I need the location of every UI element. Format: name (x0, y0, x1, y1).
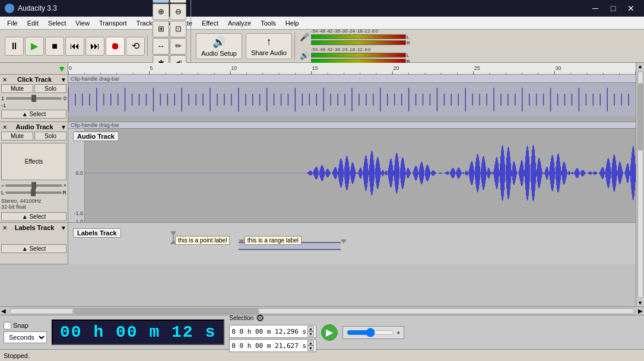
audio-setup-button[interactable]: 🔊 Audio Setup (196, 33, 242, 59)
gear-icon[interactable]: ⚙ (256, 312, 264, 324)
audio-track-pan: L R (1, 190, 66, 196)
label-text-1: this is a point label (178, 237, 227, 244)
envelope-tool-button[interactable]: ⤢ (170, 0, 186, 3)
vscroll-down[interactable]: ▼ (637, 299, 643, 306)
audio-waveform-container: Audio Track 1.0 0.0 -1.0 (68, 129, 636, 222)
maximize-button[interactable]: □ (605, 2, 621, 15)
select-tool-button[interactable]: ↗ (153, 0, 169, 3)
audio-track-gain-slider[interactable] (5, 184, 62, 187)
window-controls: ─ □ ✕ (587, 2, 639, 15)
labels-track-close[interactable]: ✕ (1, 225, 8, 231)
sel-start-value: 0 0 h 00 m 12,296 s (231, 328, 306, 336)
hscroll-thumb[interactable] (72, 309, 259, 314)
hscroll-left[interactable]: ◀ (0, 308, 7, 314)
audio-setup-label: Audio Setup (201, 50, 237, 57)
range-start-marker (239, 239, 245, 244)
menu-effect[interactable]: Effect (197, 18, 223, 28)
menu-analyze[interactable]: Analyze (223, 18, 256, 28)
audio-track-arrow[interactable]: ▼ (61, 124, 66, 130)
minimize-button[interactable]: ─ (587, 2, 604, 15)
zoom-in-button[interactable]: ⊕ (153, 4, 169, 20)
audio-track-close[interactable]: ✕ (1, 124, 8, 130)
stop-button[interactable]: ■ (45, 37, 64, 56)
statusbar: Stopped. (0, 349, 644, 361)
click-track-mute[interactable]: Mute (1, 84, 33, 93)
audio-track-content: Clip-handle drag-bar Audio Track 1.0 0.0… (68, 122, 636, 222)
share-audio-label: Share Audio (251, 49, 287, 56)
gain-minus: 1 (1, 95, 4, 101)
click-track-gain-slider[interactable] (6, 97, 62, 100)
skip-start-button[interactable]: ⏮ (65, 37, 84, 56)
audio-clip-handle-text: Clip-handle drag-bar (71, 122, 119, 128)
selection-section: Selection ⚙ 0 0 h 00 m 12,296 s ▲ ▼ 0 0 … (229, 312, 316, 352)
audio-top-channel: 1.0 0.0 -1.0 (68, 129, 636, 218)
sel-start-down[interactable]: ▼ (307, 331, 314, 337)
track-row-click: ✕ Click Track ▼ Mute Solo 1 0 -1 (0, 75, 636, 122)
app-title: Audacity 3.3 (18, 4, 587, 12)
click-clip-handle: Clip-handle drag-bar (68, 75, 636, 83)
draw-tool-button[interactable]: ✏ (170, 38, 186, 55)
snap-checkbox[interactable] (4, 322, 11, 330)
toolbar: ⏸ ▶ ■ ⏮ ⏭ ⏺ ⟲ ↗ ⤢ ⊕ ⊖ ⊞ ⊡ ↔ ✏ ✱ ◀| |▶ ↩ … (0, 30, 644, 63)
app-icon (5, 4, 14, 13)
snap-check: Snap (4, 322, 47, 330)
close-button[interactable]: ✕ (623, 2, 639, 15)
bottombar: Snap Seconds 00 h 00 m 12 s Selection ⚙ … (0, 315, 644, 349)
vscroll-track (637, 71, 643, 298)
mic-icon: 🎤 (300, 33, 309, 41)
sel-end-down[interactable]: ▼ (307, 346, 314, 351)
labels-track-arrow[interactable]: ▼ (61, 225, 66, 231)
pan-l: -1 (1, 103, 6, 108)
click-waveform-area: Click Track (68, 83, 636, 116)
audio-track-solo[interactable]: Solo (34, 132, 66, 140)
sel-end-value: 0 0 h 00 m 21,627 s (231, 342, 306, 350)
click-track-select[interactable]: ▲ Select (1, 110, 66, 119)
click-track-close[interactable]: ✕ (1, 76, 8, 83)
pause-button[interactable]: ⏸ (5, 37, 24, 56)
menu-transport[interactable]: Transport (94, 18, 132, 28)
scale-0-0: 0.0 (68, 170, 83, 176)
speed-label: + (396, 329, 400, 336)
audio-track-effects[interactable]: Effects (1, 143, 66, 180)
share-audio-button[interactable]: ↑ Share Audio (246, 33, 292, 59)
zoom-select-button[interactable]: ⊞ (153, 21, 169, 37)
menu-file[interactable]: File (2, 18, 23, 28)
zoom-out-button[interactable]: ⊖ (170, 4, 186, 20)
click-track-arrow[interactable]: ▼ (61, 76, 66, 83)
sel-start-spin: ▲ ▼ (307, 326, 314, 337)
audio-track-info: Stereo, 44100Hz32-bit float (1, 198, 66, 210)
menu-tools[interactable]: Tools (256, 18, 281, 28)
labels-track-select[interactable]: ▲ Select (1, 244, 66, 253)
sel-end-spin: ▲ ▼ (307, 340, 314, 351)
menu-select[interactable]: Select (43, 18, 71, 28)
speed-slider[interactable] (347, 328, 394, 337)
menu-help[interactable]: Help (281, 18, 304, 28)
ruler-ticks (68, 63, 636, 74)
loop-button[interactable]: ⟲ (126, 37, 145, 56)
hscroll-right[interactable]: ▶ (637, 308, 644, 314)
sel-start-up[interactable]: ▲ (307, 326, 314, 331)
playback-play-button[interactable]: ▶ (321, 324, 338, 341)
zoom-fit-button[interactable]: ⊡ (170, 21, 186, 37)
sel-start-box: 0 0 h 00 m 12,296 s ▲ ▼ (229, 325, 316, 338)
click-waveform (68, 83, 636, 116)
audio-track-mute[interactable]: Mute (1, 132, 33, 140)
click-track-solo[interactable]: Solo (34, 84, 66, 93)
audio-track-pan-slider[interactable] (5, 191, 61, 194)
audio-track-select[interactable]: ▲ Select (1, 212, 66, 221)
empty-track-space (0, 264, 636, 306)
menu-view[interactable]: View (71, 18, 94, 28)
vscroll-up[interactable]: ▲ (637, 63, 643, 70)
audio-bottom-channel: 1.0 0.0 -1.0 (68, 218, 636, 222)
record-button[interactable]: ⏺ (106, 37, 125, 56)
units-select[interactable]: Seconds (4, 331, 47, 343)
skip-end-button[interactable]: ⏭ (85, 37, 104, 56)
audio-clip-handle: Clip-handle drag-bar (68, 122, 636, 129)
click-track-content: Clip-handle drag-bar Click Track (68, 75, 636, 122)
sel-end-up[interactable]: ▲ (307, 340, 314, 346)
menu-edit[interactable]: Edit (23, 18, 43, 28)
zoom-reset-button[interactable]: ↔ (153, 38, 169, 55)
play-button[interactable]: ▶ (25, 37, 44, 56)
vscroll-thumb[interactable] (638, 83, 643, 151)
tracks-container: ✕ Click Track ▼ Mute Solo 1 0 -1 (0, 75, 636, 306)
